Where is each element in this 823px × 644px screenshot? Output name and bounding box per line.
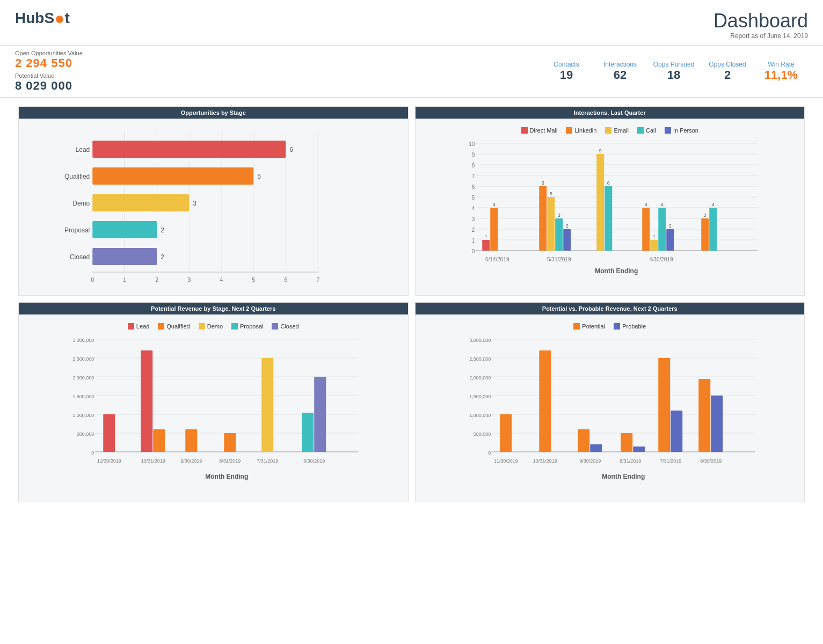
opps-closed-value: 2 bbox=[724, 68, 731, 82]
potential-label: Potential Value bbox=[15, 72, 540, 79]
c3-g6-prop bbox=[302, 413, 314, 452]
legend3-label-lead: Lead bbox=[136, 323, 149, 330]
y-0: 0 bbox=[471, 248, 475, 254]
legend4-label-potential: Potential bbox=[582, 323, 605, 330]
metrics-bar: Open Opportunities Value 2 294 550 Poten… bbox=[0, 45, 823, 98]
c4x2: 10/31/2019 bbox=[533, 458, 557, 464]
page-header: HubS●t Dashboard Report as of June 14, 2… bbox=[0, 0, 823, 45]
c4x4: 8/31/2019 bbox=[620, 458, 641, 464]
c4-g2-pot bbox=[539, 350, 551, 452]
y-6: 6 bbox=[471, 184, 475, 190]
c3-g4-qual bbox=[224, 433, 236, 452]
legend3-dot-closed bbox=[272, 323, 278, 330]
interactions-label: Interactions bbox=[603, 61, 637, 68]
g1-val-li: 4 bbox=[492, 202, 495, 207]
legend-label-inperson: In Person bbox=[673, 127, 698, 134]
opps-pursued-label: Opps Pursued bbox=[653, 61, 695, 68]
x-tick-3: 3 bbox=[187, 276, 191, 283]
chart3-body: Lead Qualified Demo Proposal Closed bbox=[19, 314, 408, 502]
legend3-qualified: Qualified bbox=[158, 323, 190, 330]
legend3-dot-demo bbox=[199, 323, 205, 330]
chart4-header: Potential vs. Probable Revenue, Next 2 Q… bbox=[416, 303, 805, 314]
c4y3: 1,500,000 bbox=[469, 394, 491, 399]
y-1: 1 bbox=[471, 238, 475, 244]
page-title: Dashboard bbox=[713, 10, 808, 32]
chart-opps-by-stage: Opportunities by Stage 6 Lea bbox=[18, 106, 409, 296]
c4-g1-pot bbox=[500, 414, 512, 452]
proposal-count: 2 bbox=[161, 226, 164, 234]
y-3: 3 bbox=[471, 216, 475, 222]
c3y4: 2,000,000 bbox=[72, 375, 94, 380]
metrics-right: Contacts 19 Interactions 62 Opps Pursued… bbox=[540, 61, 808, 82]
x-tick-7: 7 bbox=[316, 276, 319, 283]
chart3-xlabel: Month Ending bbox=[205, 473, 248, 480]
closed-bar bbox=[92, 248, 157, 265]
g1-bar-li bbox=[490, 208, 498, 251]
legend3-label-closed: Closed bbox=[280, 323, 298, 330]
c3x1: 11/30/2019 bbox=[97, 458, 121, 464]
g4-val-ca: 4 bbox=[660, 202, 663, 207]
y-8: 8 bbox=[471, 163, 475, 169]
c3x3: 9/30/2019 bbox=[180, 458, 202, 464]
chart2-svg: 0 1 2 3 4 5 6 7 8 9 10 bbox=[421, 138, 799, 283]
logo-spot-s: S bbox=[44, 10, 54, 27]
g3-val-em: 9 bbox=[599, 148, 601, 153]
legend-label-email: Email bbox=[614, 127, 629, 134]
x-tick-0: 0 bbox=[91, 276, 94, 283]
potential-value: 8 029 000 bbox=[15, 79, 540, 93]
chart4-svg: 0 500,000 1,000,000 1,500,000 2,000,000 … bbox=[421, 334, 799, 495]
c4-g3-prob bbox=[590, 444, 602, 452]
legend-dot-email bbox=[605, 127, 611, 134]
open-opps-metric: Open Opportunities Value 2 294 550 Poten… bbox=[15, 50, 540, 93]
proposal-label: Proposal bbox=[64, 226, 90, 234]
interactions-metric: Interactions 62 bbox=[593, 61, 647, 82]
legend4-potential: Potential bbox=[573, 323, 605, 330]
dashboard-title-section: Dashboard Report as of June 14, 2019 bbox=[713, 10, 808, 40]
legend4-probable: Probable bbox=[614, 323, 646, 330]
c3x5: 7/31/2019 bbox=[257, 458, 278, 464]
legend4-dot-potential bbox=[573, 323, 580, 330]
legend-label-linkedin: Linkedin bbox=[574, 127, 596, 134]
legend3-dot-lead bbox=[128, 323, 134, 330]
g2-val-ca: 3 bbox=[557, 213, 560, 218]
win-rate-metric: Win Rate 11,1% bbox=[754, 61, 808, 82]
legend-dot-inperson bbox=[665, 127, 671, 134]
x-tick-2: 2 bbox=[155, 276, 158, 283]
proposal-bar bbox=[92, 221, 157, 238]
legend4-label-probable: Probable bbox=[622, 323, 646, 330]
c3-g2-lead bbox=[141, 350, 152, 452]
g2-bar-ip bbox=[563, 229, 571, 251]
g4-val-li: 4 bbox=[644, 202, 647, 207]
y-5: 5 bbox=[471, 195, 475, 201]
c3y0: 0 bbox=[91, 450, 94, 456]
g4-val-em: 1 bbox=[652, 234, 655, 239]
y-9: 9 bbox=[471, 152, 475, 158]
g1-bar-dm bbox=[482, 240, 490, 251]
lead-label: Lead bbox=[76, 146, 90, 153]
c3y2: 1,000,000 bbox=[72, 413, 94, 418]
legend-call: Call bbox=[637, 127, 656, 134]
g1-val-dm: 1 bbox=[484, 234, 487, 239]
g2-val-li: 6 bbox=[541, 180, 544, 186]
contacts-label: Contacts bbox=[553, 61, 579, 68]
c4-g4-pot bbox=[621, 433, 632, 452]
c3y6: 3,000,000 bbox=[72, 338, 94, 343]
legend3-proposal: Proposal bbox=[231, 323, 263, 330]
g3-bar-em bbox=[596, 154, 604, 251]
chart1-body: 6 Lead 5 Qualified 3 Demo 2 Proposal bbox=[19, 119, 408, 295]
g5-bar-li bbox=[701, 218, 709, 251]
legend-dot-call bbox=[637, 127, 644, 134]
c3y1: 500,000 bbox=[77, 431, 94, 437]
c3x6: 6/30/2019 bbox=[303, 458, 325, 464]
x-tick-1: 1 bbox=[123, 276, 126, 283]
closed-count: 2 bbox=[161, 253, 164, 261]
chart3-svg: 0 500,000 1,000,000 1,500,000 2,000,000 … bbox=[24, 334, 403, 495]
qualified-count: 5 bbox=[257, 173, 261, 180]
chart1-header: Opportunities by Stage bbox=[19, 107, 408, 119]
c4-g6-pot bbox=[698, 379, 710, 452]
win-rate-value: 11,1% bbox=[764, 68, 798, 82]
y-4: 4 bbox=[471, 206, 475, 211]
c3x2: 10/31/2019 bbox=[141, 458, 165, 464]
lead-count: 6 bbox=[289, 146, 293, 153]
lead-bar bbox=[92, 141, 286, 158]
